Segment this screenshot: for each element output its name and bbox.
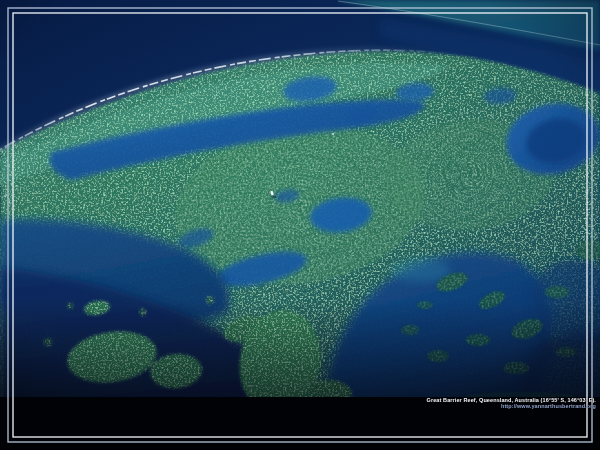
desktop-wallpaper: Great Barrier Reef, Queensland, Australi… [0,0,600,450]
bottom-fade [0,300,600,400]
reef-aerial-photo [0,0,600,450]
caption-band [0,392,600,450]
